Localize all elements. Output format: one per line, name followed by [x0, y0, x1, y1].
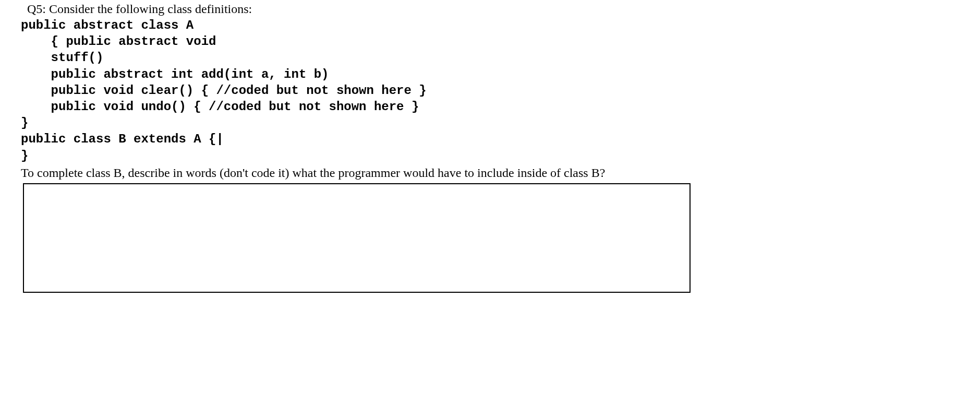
question-intro: Q5: Consider the following class definit… [27, 2, 959, 16]
question-prompt: To complete class B, describe in words (… [21, 166, 959, 180]
code-block: public abstract class A { public abstrac… [21, 17, 959, 164]
answer-box[interactable] [23, 183, 691, 293]
